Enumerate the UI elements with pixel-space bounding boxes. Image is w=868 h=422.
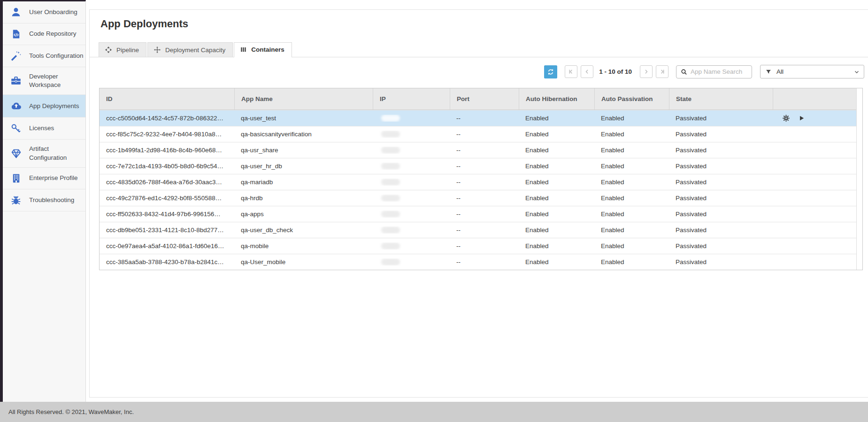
code-file-icon — [3, 29, 29, 39]
gear-icon — [782, 114, 790, 122]
cell-app-name: qa-mariadb — [234, 179, 373, 186]
app-deployments-panel: App Deployments PipelineDeployment Capac… — [89, 9, 868, 398]
refresh-button[interactable] — [544, 65, 557, 78]
sidebar-item-app-deployments[interactable]: App Deployments — [3, 95, 85, 117]
last-page-icon — [659, 68, 666, 75]
filter-selected-value: All — [776, 68, 853, 75]
main-content: App Deployments PipelineDeployment Capac… — [86, 0, 868, 402]
sidebar: User OnboardingCode RepositoryTools Conf… — [3, 0, 86, 402]
cell-id: ccc-f85c75c2-9232-4ee7-b404-9810a8… — [100, 131, 234, 138]
table-row[interactable]: ccc-db9be051-2331-4121-8c10-8bd277…qa-us… — [100, 222, 862, 238]
cell-auto-hibernation: Enabled — [519, 163, 594, 170]
cell-app-name: qa-mobile — [234, 242, 373, 250]
table-scrollbar-gutter[interactable] — [856, 88, 862, 270]
first-page-button[interactable] — [565, 65, 577, 78]
cell-state: Passivated — [669, 242, 773, 250]
play-icon — [798, 115, 805, 122]
column-header-id: ID — [100, 88, 234, 109]
sidebar-item-label: App Deployments — [29, 102, 79, 110]
sidebar-item-troubleshooting[interactable]: Troubleshooting — [3, 189, 85, 211]
cell-ip — [373, 131, 450, 138]
cell-auto-passivation: Enabled — [594, 258, 669, 266]
cell-auto-hibernation: Enabled — [519, 258, 594, 266]
sidebar-item-licenses[interactable]: Licenses — [3, 117, 85, 140]
move-icon — [154, 46, 161, 54]
table-row[interactable]: ccc-f85c75c2-9232-4ee7-b404-9810a8…qa-ba… — [100, 126, 862, 142]
briefcase-icon — [3, 75, 29, 86]
cell-app-name: qa-User_mobile — [234, 258, 373, 266]
sidebar-item-artifact-configuration[interactable]: Artifact Configuration — [3, 140, 85, 167]
cell-state: Passivated — [669, 179, 773, 186]
cell-auto-passivation: Enabled — [594, 131, 669, 138]
cell-auto-hibernation: Enabled — [519, 227, 594, 234]
tab-pipeline[interactable]: Pipeline — [99, 42, 146, 57]
blurred-ip-value — [381, 147, 400, 154]
cell-auto-hibernation: Enabled — [519, 131, 594, 138]
cell-id: ccc-385aa5ab-3788-4230-b78a-b2841c… — [100, 258, 234, 266]
tab-deployment-capacity[interactable]: Deployment Capacity — [147, 42, 233, 57]
refresh-icon — [547, 68, 554, 76]
cell-auto-hibernation: Enabled — [519, 195, 594, 202]
table-row[interactable]: ccc-0e97aea4-a5af-4102-86a1-fd60e16…qa-m… — [100, 238, 862, 254]
cell-port: -- — [450, 211, 519, 218]
table-row[interactable]: ccc-c5050d64-1452-4c57-872b-086322…qa-us… — [100, 110, 862, 126]
table-header-row: IDApp NameIPPortAuto HibernationAuto Pas… — [100, 88, 862, 110]
blurred-ip-value — [381, 258, 400, 266]
sidebar-item-enterprise-profile[interactable]: Enterprise Profile — [3, 168, 85, 189]
magic-wand-icon — [3, 50, 29, 62]
app-name-search-input[interactable] — [690, 68, 745, 76]
sidebar-item-user-onboarding[interactable]: User Onboarding — [3, 1, 85, 23]
cell-state: Passivated — [669, 195, 773, 202]
sidebar-item-tools-configuration[interactable]: Tools Configuration — [3, 45, 85, 67]
tab-containers[interactable]: Containers — [234, 42, 292, 57]
table-row[interactable]: ccc-ff502633-8432-41d4-97b6-996156…qa-ap… — [100, 206, 862, 222]
sidebar-item-developer-workspace[interactable]: Developer Workspace — [3, 67, 85, 95]
next-page-button[interactable] — [640, 65, 653, 78]
settings-button[interactable] — [782, 114, 790, 122]
prev-page-button[interactable] — [581, 65, 593, 78]
cell-ip — [373, 211, 450, 218]
blurred-ip-value — [381, 179, 400, 186]
cell-ip — [373, 179, 450, 186]
last-page-button[interactable] — [656, 65, 668, 78]
cell-id: ccc-1b499fa1-2d98-416b-8c4b-960e68… — [100, 147, 234, 154]
column-header-port: Port — [450, 88, 519, 109]
search-icon — [676, 68, 690, 76]
cell-auto-hibernation: Enabled — [519, 147, 594, 154]
state-filter-dropdown[interactable]: All — [760, 65, 864, 78]
cell-app-name: qa-apps — [234, 211, 373, 218]
cell-auto-passivation: Enabled — [594, 163, 669, 170]
cell-app-name: qa-usr_share — [234, 147, 373, 154]
cell-port: -- — [450, 258, 519, 266]
blurred-ip-value — [381, 115, 400, 122]
start-button[interactable] — [798, 115, 805, 122]
table-row[interactable]: ccc-7e72c1da-4193-4b05-b8d0-6b9c54…qa-us… — [100, 158, 862, 174]
containers-table: IDApp NameIPPortAuto HibernationAuto Pas… — [99, 88, 863, 270]
cell-port: -- — [450, 131, 519, 138]
cell-id: ccc-ff502633-8432-41d4-97b6-996156… — [100, 211, 234, 218]
sidebar-item-label: Artifact Configuration — [29, 145, 84, 162]
sidebar-item-code-repository[interactable]: Code Repository — [3, 23, 85, 45]
cell-port: -- — [450, 227, 519, 234]
table-row[interactable]: ccc-49c27876-ed1c-4292-b0f8-550588…qa-hr… — [100, 190, 862, 206]
sidebar-item-label: Code Repository — [29, 30, 77, 38]
cell-id: ccc-49c27876-ed1c-4292-b0f8-550588… — [100, 195, 234, 202]
column-header-actions — [773, 88, 856, 109]
cloud-upload-icon — [3, 100, 29, 112]
pipeline-icon — [105, 46, 112, 54]
cell-auto-passivation: Enabled — [594, 195, 669, 202]
table-row[interactable]: ccc-4835d026-788f-46ea-a76d-30aac3…qa-ma… — [100, 174, 862, 190]
cell-port: -- — [450, 195, 519, 202]
content-row: User OnboardingCode RepositoryTools Conf… — [0, 0, 868, 402]
cell-auto-passivation: Enabled — [594, 242, 669, 250]
table-row[interactable]: ccc-385aa5ab-3788-4230-b78a-b2841c…qa-Us… — [100, 254, 862, 270]
cell-state: Passivated — [669, 227, 773, 234]
app-name-search — [676, 65, 752, 78]
cell-port: -- — [450, 115, 519, 122]
building-icon — [3, 173, 29, 184]
tab-strip: PipelineDeployment CapacityContainers — [90, 42, 868, 57]
cell-auto-hibernation: Enabled — [519, 242, 594, 250]
cell-actions — [773, 114, 856, 122]
table-row[interactable]: ccc-1b499fa1-2d98-416b-8c4b-960e68…qa-us… — [100, 142, 862, 158]
cell-state: Passivated — [669, 115, 773, 122]
